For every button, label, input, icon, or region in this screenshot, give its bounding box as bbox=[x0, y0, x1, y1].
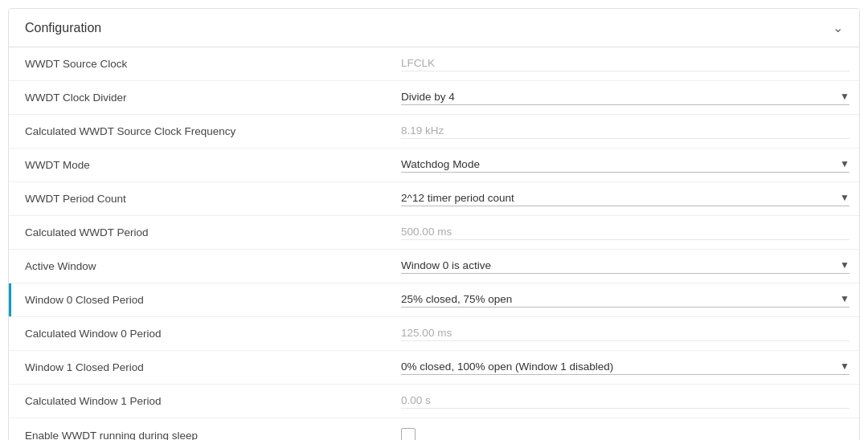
dropdown-arrow-icon-wwdt-mode: ▼ bbox=[840, 158, 850, 169]
dropdown-value-window0-closed-period: 25% closed, 75% open bbox=[401, 293, 512, 305]
label-calc-wwdt-source-clock-freq: Calculated WWDT Source Clock Frequency bbox=[9, 119, 391, 144]
value-col-calc-window1-period: 0.00 s bbox=[391, 388, 859, 415]
value-col-calc-wwdt-period: 500.00 ms bbox=[391, 219, 859, 246]
static-value-calc-window1-period: 0.00 s bbox=[401, 394, 850, 409]
label-calc-window1-period: Calculated Window 1 Period bbox=[9, 389, 391, 414]
dropdown-arrow-icon-window0-closed-period: ▼ bbox=[840, 293, 850, 304]
label-wwdt-mode: WWDT Mode bbox=[9, 153, 391, 177]
static-value-calc-window0-period: 125.00 ms bbox=[401, 327, 850, 341]
label-calc-wwdt-period: Calculated WWDT Period bbox=[9, 220, 391, 245]
value-col-wwdt-period-count: 2^12 timer period count▼ bbox=[391, 185, 859, 213]
config-row-calc-wwdt-source-clock-freq: Calculated WWDT Source Clock Frequency8.… bbox=[9, 115, 859, 149]
dropdown-active-window[interactable]: Window 0 is active▼ bbox=[401, 259, 850, 274]
config-rows-container: WWDT Source ClockLFCLKWWDT Clock Divider… bbox=[9, 47, 859, 440]
value-col-active-window: Window 0 is active▼ bbox=[391, 253, 859, 280]
configuration-panel: Configuration ⌄ WWDT Source ClockLFCLKWW… bbox=[8, 8, 860, 440]
static-value-wwdt-source-clock: LFCLK bbox=[401, 57, 850, 71]
panel-title: Configuration bbox=[25, 21, 101, 35]
value-col-window0-closed-period: 25% closed, 75% open▼ bbox=[391, 287, 859, 314]
config-row-wwdt-period-count: WWDT Period Count2^12 timer period count… bbox=[9, 182, 859, 216]
config-row-calc-wwdt-period: Calculated WWDT Period500.00 ms bbox=[9, 216, 859, 250]
dropdown-value-wwdt-clock-divider: Divide by 4 bbox=[401, 91, 455, 103]
config-row-window0-closed-period: Window 0 Closed Period25% closed, 75% op… bbox=[9, 283, 859, 317]
value-col-wwdt-mode: Watchdog Mode▼ bbox=[391, 152, 859, 179]
value-col-calc-wwdt-source-clock-freq: 8.19 kHz bbox=[391, 118, 859, 145]
value-col-calc-window0-period: 125.00 ms bbox=[391, 320, 859, 348]
dropdown-window0-closed-period[interactable]: 25% closed, 75% open▼ bbox=[401, 293, 850, 308]
dropdown-value-active-window: Window 0 is active bbox=[401, 259, 491, 271]
dropdown-arrow-icon-wwdt-clock-divider: ▼ bbox=[840, 91, 850, 102]
label-calc-window0-period: Calculated Window 0 Period bbox=[9, 321, 391, 346]
static-value-calc-wwdt-period: 500.00 ms bbox=[401, 226, 850, 240]
checkbox-enable-wwdt-sleep[interactable] bbox=[401, 428, 416, 440]
collapse-icon[interactable]: ⌄ bbox=[833, 20, 843, 35]
label-enable-wwdt-sleep: Enable WWDT running during sleep bbox=[9, 423, 391, 441]
dropdown-window1-closed-period[interactable]: 0% closed, 100% open (Window 1 disabled)… bbox=[401, 361, 850, 375]
label-window0-closed-period: Window 0 Closed Period bbox=[9, 287, 391, 312]
value-col-window1-closed-period: 0% closed, 100% open (Window 1 disabled)… bbox=[391, 354, 859, 381]
label-wwdt-period-count: WWDT Period Count bbox=[9, 186, 391, 211]
config-row-active-window: Active WindowWindow 0 is active▼ bbox=[9, 250, 859, 283]
label-wwdt-clock-divider: WWDT Clock Divider bbox=[9, 85, 391, 110]
dropdown-value-wwdt-mode: Watchdog Mode bbox=[401, 158, 480, 170]
label-active-window: Active Window bbox=[9, 254, 391, 279]
value-col-wwdt-source-clock: LFCLK bbox=[391, 51, 859, 78]
label-window1-closed-period: Window 1 Closed Period bbox=[9, 355, 391, 380]
config-row-wwdt-clock-divider: WWDT Clock DividerDivide by 4▼ bbox=[9, 81, 859, 115]
config-row-wwdt-mode: WWDT ModeWatchdog Mode▼ bbox=[9, 149, 859, 182]
static-value-calc-wwdt-source-clock-freq: 8.19 kHz bbox=[401, 124, 850, 139]
dropdown-wwdt-mode[interactable]: Watchdog Mode▼ bbox=[401, 158, 850, 173]
config-row-enable-wwdt-sleep: Enable WWDT running during sleep bbox=[9, 418, 859, 440]
dropdown-wwdt-period-count[interactable]: 2^12 timer period count▼ bbox=[401, 192, 850, 206]
dropdown-arrow-icon-wwdt-period-count: ▼ bbox=[840, 192, 850, 203]
config-row-window1-closed-period: Window 1 Closed Period0% closed, 100% op… bbox=[9, 351, 859, 385]
dropdown-arrow-icon-window1-closed-period: ▼ bbox=[840, 361, 850, 372]
value-col-enable-wwdt-sleep bbox=[391, 422, 859, 440]
dropdown-wwdt-clock-divider[interactable]: Divide by 4▼ bbox=[401, 91, 850, 105]
config-row-wwdt-source-clock: WWDT Source ClockLFCLK bbox=[9, 47, 859, 81]
dropdown-value-wwdt-period-count: 2^12 timer period count bbox=[401, 192, 514, 204]
label-wwdt-source-clock: WWDT Source Clock bbox=[9, 51, 391, 76]
config-row-calc-window1-period: Calculated Window 1 Period0.00 s bbox=[9, 385, 859, 418]
dropdown-value-window1-closed-period: 0% closed, 100% open (Window 1 disabled) bbox=[401, 361, 613, 373]
value-col-wwdt-clock-divider: Divide by 4▼ bbox=[391, 84, 859, 112]
panel-header: Configuration ⌄ bbox=[9, 9, 859, 47]
dropdown-arrow-icon-active-window: ▼ bbox=[840, 259, 850, 271]
config-row-calc-window0-period: Calculated Window 0 Period125.00 ms bbox=[9, 317, 859, 351]
